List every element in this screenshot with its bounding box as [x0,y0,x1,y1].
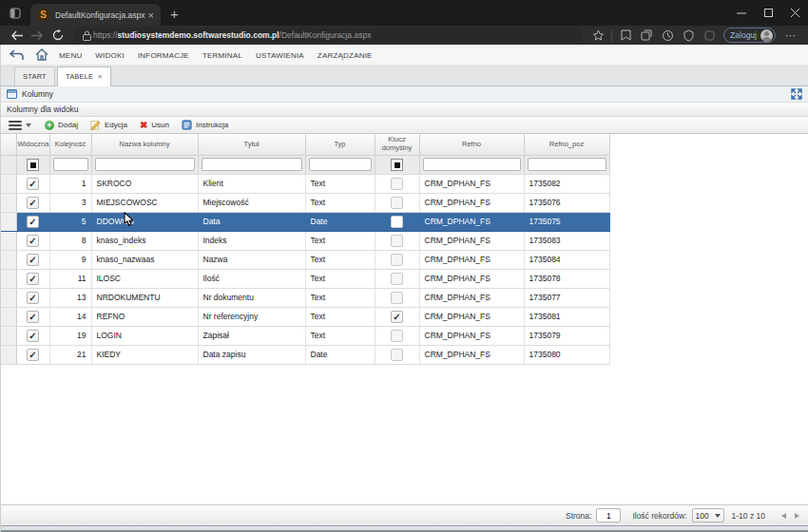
app-home-icon[interactable] [35,48,48,61]
delete-button[interactable]: ✖ Usuń [140,121,169,130]
order-cell[interactable]: 13 [49,288,91,307]
column-header-refno-poz[interactable]: Refno_poz [524,134,609,155]
row-selector-cell[interactable] [1,326,16,345]
order-cell[interactable]: 1 [49,174,91,193]
refno-cell[interactable]: CRM_DPHAN_FS [419,288,524,307]
next-page-button[interactable] [791,508,805,523]
add-button[interactable]: + Dodaj [45,121,78,130]
refresh-icon[interactable] [48,27,68,44]
type-cell[interactable]: Text [305,269,375,288]
row-selector-cell[interactable] [1,288,16,307]
page-input[interactable] [596,508,621,522]
refno-cell[interactable]: CRM_DPHAN_FS [419,269,524,288]
column-name-cell[interactable]: NRDOKUMENTU [91,288,198,307]
checkbox-unchecked-icon[interactable] [391,330,403,342]
login-button[interactable]: Zaloguj [723,28,776,43]
column-header-tytu-[interactable]: Tytuł [198,134,305,155]
type-cell[interactable]: Date [305,212,375,231]
title-cell[interactable]: Data [198,212,305,231]
checkbox-unchecked-icon[interactable] [391,235,403,247]
column-name-cell[interactable]: REFNO [91,307,198,326]
type-cell[interactable]: Text [305,231,375,250]
title-cell[interactable]: Nr referencyjny [198,307,305,326]
browser-menu-icon[interactable]: ⋯ [785,29,797,42]
filter-input[interactable] [95,158,195,171]
refno-cell[interactable]: CRM_DPHAN_FS [419,307,524,326]
refno-poz-cell[interactable]: 1735077 [524,288,609,307]
title-cell[interactable]: Klient [198,174,305,193]
checkbox-checked-icon[interactable]: ✓ [27,292,39,304]
app-tab-close-icon[interactable]: ✕ [97,73,103,80]
filter-input[interactable] [423,158,521,171]
refno-poz-cell[interactable]: 1735083 [524,231,609,250]
order-cell[interactable]: 8 [49,231,91,250]
app-menu-item-menu[interactable]: MENU [59,51,82,60]
table-row[interactable]: ✓19LOGINZapisałTextCRM_DPHAN_FS1735079 [1,326,609,345]
favorites-bar-icon[interactable] [615,27,636,44]
instruction-button[interactable]: Instrukcja [182,120,228,130]
new-tab-button[interactable]: + [170,6,179,22]
checkbox-checked-icon[interactable]: ✓ [27,349,39,361]
row-selector-cell[interactable] [1,250,16,269]
refno-poz-cell[interactable]: 1735076 [524,193,609,212]
burger-caret-icon[interactable] [26,124,31,130]
records-select[interactable]: 100 [692,508,724,522]
table-row[interactable]: ✓9knaso_nazwaasNazwaTextCRM_DPHAN_FS1735… [1,250,609,269]
prev-page-button[interactable] [775,508,789,523]
refno-cell[interactable]: CRM_DPHAN_FS [419,326,524,345]
type-cell[interactable]: Text [305,288,375,307]
order-cell[interactable]: 19 [49,326,91,345]
table-row[interactable]: ✓3MIEJSCOWOSCMiejscowośćTextCRM_DPHAN_FS… [1,193,609,212]
column-name-cell[interactable]: MIEJSCOWOSC [91,193,198,212]
refno-cell[interactable]: CRM_DPHAN_FS [419,345,524,364]
edit-button[interactable]: Edycja [90,120,127,130]
column-name-cell[interactable]: knaso_indeks [91,231,198,250]
menu-burger-icon[interactable] [9,121,22,130]
column-name-cell[interactable]: LOGIN [91,326,198,345]
title-cell[interactable]: Miejscowość [198,193,305,212]
wallet-icon[interactable] [678,27,699,44]
table-row[interactable]: ✓1SKROCOKlientTextCRM_DPHAN_FS1735082 [1,174,609,193]
row-selector-cell[interactable] [1,212,16,231]
row-selector-cell[interactable] [1,231,16,250]
column-name-cell[interactable]: SKROCO [91,174,198,193]
order-cell[interactable]: 14 [49,307,91,326]
row-selector-cell[interactable] [1,345,16,364]
extensions-icon[interactable] [699,27,720,44]
checkbox-checked-icon[interactable]: ✓ [27,216,39,228]
checkbox-checked-icon[interactable]: ✓ [27,330,39,342]
checkbox-unchecked-icon[interactable] [391,216,403,228]
row-selector-cell[interactable] [1,269,16,288]
refno-poz-cell[interactable]: 1735079 [524,326,609,345]
column-header-typ[interactable]: Typ [305,134,375,155]
filter-input[interactable] [53,158,88,171]
table-row[interactable]: ✓11ILOSCIlośćTextCRM_DPHAN_FS1735078 [1,269,609,288]
type-cell[interactable]: Text [305,307,375,326]
filter-input[interactable] [528,158,606,171]
browser-tab[interactable]: S DefaultKonfiguracja.aspx × [30,4,161,26]
refno-cell[interactable]: CRM_DPHAN_FS [419,193,524,212]
order-cell[interactable]: 3 [49,193,91,212]
filter-input[interactable] [202,158,302,171]
refno-poz-cell[interactable]: 1735078 [524,269,609,288]
app-menu-item-widoki[interactable]: WIDOKI [95,51,125,60]
refno-poz-cell[interactable]: 1735084 [524,250,609,269]
order-cell[interactable]: 11 [49,269,91,288]
filter-input[interactable] [309,158,372,171]
app-tab-tabele[interactable]: TABELE✕ [57,66,111,86]
close-button[interactable] [781,0,808,26]
table-row[interactable]: ✓8knaso_indeksIndeksTextCRM_DPHAN_FS1735… [1,231,609,250]
app-menu-item-informacje[interactable]: INFORMACJE [138,51,189,60]
checkbox-checked-icon[interactable]: ✓ [27,254,39,266]
type-cell[interactable]: Text [305,326,375,345]
checkbox-unchecked-icon[interactable] [391,273,403,285]
row-selector-cell[interactable] [1,193,16,212]
forward-icon[interactable] [27,27,48,44]
checkbox-unchecked-icon[interactable] [391,178,403,190]
back-icon[interactable] [6,27,27,44]
refno-poz-cell[interactable]: 1735082 [524,174,609,193]
title-cell[interactable]: Nazwa [198,250,305,269]
title-cell[interactable]: Nr dokumentu [198,288,305,307]
column-header-widoczna[interactable]: Widoczna [16,134,49,155]
title-cell[interactable]: Ilość [198,269,305,288]
